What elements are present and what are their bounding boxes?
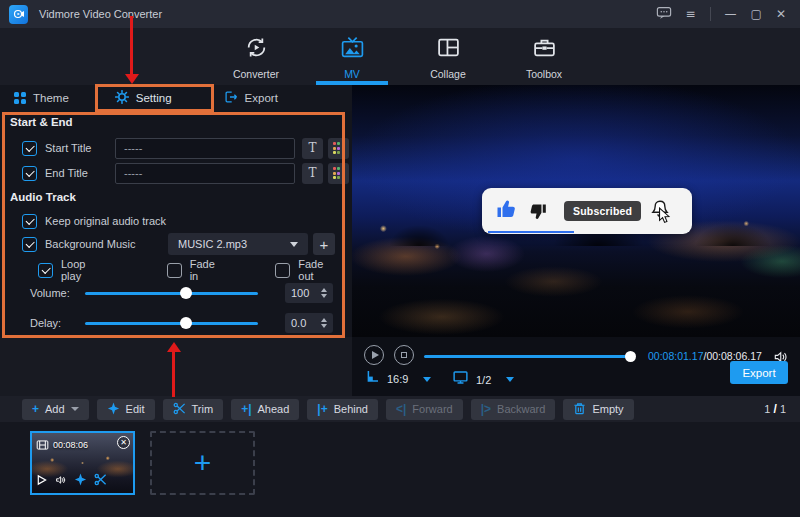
clip-toolbar: + Add Edit Trim +| Ahead |+ Behind <| Fo… — [0, 396, 800, 422]
color-grid-icon — [333, 167, 345, 179]
gear-icon — [115, 90, 129, 106]
delay-spinner[interactable]: 0.0 — [285, 313, 333, 333]
nav-mv[interactable]: MV — [316, 28, 388, 85]
trim-button[interactable]: Trim — [163, 399, 224, 420]
backward-icon: |> — [481, 403, 491, 415]
edit-button[interactable]: Edit — [97, 399, 155, 420]
clip-play-icon[interactable] — [36, 472, 47, 490]
add-clip-slot[interactable]: + — [150, 431, 255, 495]
clip-close-button[interactable]: ✕ — [117, 436, 130, 449]
page-control[interactable]: 1/2 — [452, 369, 514, 390]
spinner-arrows-icon[interactable] — [321, 318, 327, 328]
nav-toolbox-label: Toolbox — [526, 68, 562, 80]
volume-spinner[interactable]: 100 — [285, 283, 333, 303]
video-preview[interactable]: Subscribed — [352, 85, 800, 337]
keep-original-checkbox[interactable] — [22, 214, 37, 229]
aspect-ratio-value: 16:9 — [387, 373, 408, 385]
mouse-cursor-icon — [658, 207, 671, 229]
toolbox-icon — [532, 35, 557, 64]
end-title-font-button[interactable]: T — [302, 163, 323, 184]
nav-collage[interactable]: Collage — [412, 28, 484, 85]
page-indicator: 1/2 — [476, 374, 491, 386]
plus-icon: + — [194, 448, 212, 478]
play-button[interactable] — [364, 345, 384, 365]
seek-bar[interactable] — [424, 355, 634, 358]
behind-button[interactable]: |+ Behind — [307, 399, 378, 420]
ahead-button[interactable]: +| Ahead — [231, 399, 299, 420]
tab-theme[interactable]: Theme — [0, 85, 83, 111]
maximize-button[interactable]: ▢ — [751, 8, 762, 20]
ahead-icon: +| — [241, 403, 251, 415]
start-title-input[interactable] — [115, 138, 295, 159]
loop-play-checkbox[interactable] — [38, 263, 53, 278]
end-title-input[interactable] — [115, 163, 295, 184]
clip-scissors-icon[interactable] — [94, 472, 107, 490]
aspect-ratio-control[interactable]: 16:9 — [364, 369, 431, 389]
spinner-arrows-icon[interactable] — [321, 288, 327, 298]
backward-button[interactable]: |> Backward — [471, 399, 556, 420]
start-title-font-button[interactable]: T — [302, 138, 323, 159]
clip-edit-star-icon[interactable] — [74, 472, 87, 490]
add-button[interactable]: + Add — [22, 399, 89, 420]
settings-panel: Start & End Start Title T End Title T Au… — [0, 111, 352, 337]
export-icon — [224, 90, 238, 106]
minimize-button[interactable]: — — [725, 8, 737, 20]
fade-in-checkbox[interactable] — [167, 263, 182, 278]
edit-star-icon — [107, 402, 120, 417]
keep-original-label: Keep original audio track — [45, 215, 166, 227]
start-title-color-button[interactable] — [328, 138, 349, 159]
chevron-down-icon — [506, 377, 514, 382]
add-music-button[interactable]: + — [313, 233, 335, 255]
tab-export[interactable]: Export — [210, 85, 292, 111]
tab-setting[interactable]: Setting — [101, 85, 186, 111]
panel-footer-spacer — [0, 337, 352, 396]
timeline-clip[interactable]: 00:08:06 ✕ — [30, 431, 135, 495]
volume-slider[interactable] — [85, 292, 258, 295]
music-select[interactable]: MUSIC 2.mp3 — [168, 233, 308, 255]
start-end-header: Start & End — [10, 116, 73, 128]
export-button[interactable]: Export — [730, 361, 788, 384]
subscribed-button: Subscribed — [564, 201, 641, 221]
empty-button[interactable]: Empty — [563, 399, 633, 420]
scissors-icon — [173, 402, 186, 417]
behind-icon: |+ — [317, 403, 327, 415]
start-title-checkbox[interactable] — [22, 141, 37, 156]
tab-export-label: Export — [245, 92, 278, 104]
end-title-label: End Title — [45, 167, 97, 179]
volume-value: 100 — [291, 287, 309, 299]
chevron-down-icon — [290, 242, 298, 247]
nav-converter[interactable]: Converter — [220, 28, 292, 85]
fade-out-label: Fade out — [298, 258, 338, 282]
delay-slider-thumb[interactable] — [180, 317, 192, 329]
time-current: 00:08:01.17 — [648, 350, 703, 362]
end-title-color-button[interactable] — [328, 163, 349, 184]
stop-button[interactable] — [394, 345, 414, 365]
nav-toolbox[interactable]: Toolbox — [508, 28, 580, 85]
fade-out-checkbox[interactable] — [275, 263, 290, 278]
menu-icon[interactable]: ≡ — [686, 8, 696, 20]
monitor-icon — [452, 369, 469, 390]
seek-thumb[interactable] — [625, 351, 636, 362]
background-music-checkbox[interactable] — [22, 237, 37, 252]
timeline: 00:08:06 ✕ + — [0, 422, 800, 517]
color-grid-icon — [333, 142, 345, 154]
close-button[interactable]: ✕ — [776, 8, 786, 20]
mv-tabbar: Theme Setting Export — [0, 85, 352, 111]
subscribe-overlay: Subscribed — [482, 188, 692, 234]
thumbs-down-icon — [527, 201, 548, 222]
fade-in-label: Fade in — [190, 258, 224, 282]
main-nav: Converter MV Collage Toolbox — [0, 28, 800, 85]
titlebar-separator — [710, 7, 711, 21]
thumbs-underline — [488, 231, 574, 234]
end-title-checkbox[interactable] — [22, 166, 37, 181]
film-icon — [36, 436, 49, 454]
stop-icon — [401, 352, 408, 359]
converter-icon — [244, 35, 269, 64]
feedback-icon[interactable] — [656, 6, 672, 22]
theme-icon — [14, 92, 26, 104]
delay-slider[interactable] — [85, 322, 258, 325]
forward-button[interactable]: <| Forward — [386, 399, 463, 420]
clip-audio-icon[interactable] — [54, 472, 67, 490]
volume-slider-thumb[interactable] — [180, 287, 192, 299]
tab-theme-label: Theme — [33, 92, 69, 104]
